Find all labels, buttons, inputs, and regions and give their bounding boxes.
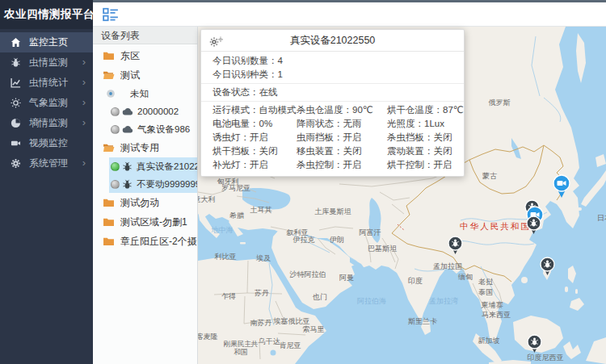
device-panel-header: 设备列表 xyxy=(93,27,197,44)
app-window: 农业四情测报平台 监控主页虫情监测›虫情统计›气象监测›墒情监测›视频监控系统管… xyxy=(0,0,606,364)
insect-device-icon xyxy=(122,161,133,172)
chevron-right-icon: › xyxy=(82,157,86,169)
device-param: 电池电量：0% xyxy=(213,117,297,131)
sidebar-item-weather-monitor[interactable]: 气象监测› xyxy=(0,93,93,113)
tree-folder-label: 测试专用 xyxy=(120,141,159,155)
insect-device-pin[interactable] xyxy=(527,334,542,356)
tree-folder[interactable]: 章丘阳丘区-2个摄像头 xyxy=(93,232,197,251)
sidebar-menu: 监控主页虫情监测›虫情统计›气象监测›墒情监测›视频监控系统管理› xyxy=(0,29,93,174)
device-param-grid: 运行模式：自动模式杀虫仓温度：90℃烘干仓温度：87℃电池电量：0%降雨状态：无… xyxy=(201,103,464,172)
topbar xyxy=(93,0,606,27)
chevron-right-icon: › xyxy=(82,116,86,128)
folder-closed-icon xyxy=(103,217,115,227)
insect-device-pin[interactable] xyxy=(540,257,555,278)
app-title: 农业四情测报平台 xyxy=(0,0,93,29)
device-status-row: 设备状态：在线 xyxy=(201,86,464,99)
menu-item-label: 视频监控 xyxy=(29,136,68,150)
tree-device-label: 未知 xyxy=(130,88,149,100)
menu-item-label: 气象监测 xyxy=(29,96,68,110)
tree-folder[interactable]: 测试区域-勿删1 xyxy=(93,212,197,232)
tree-folder-label: 章丘阳丘区-2个摄像头 xyxy=(120,235,198,249)
insect-device-pin[interactable] xyxy=(448,236,463,257)
sidebar-item-insect-stats[interactable]: 虫情统计› xyxy=(0,73,93,93)
tree-device-label: 真实设备21022550 xyxy=(137,161,198,173)
gear-icon xyxy=(11,158,21,169)
menu-item-label: 虫情统计 xyxy=(29,76,68,90)
menu-item-label: 墒情监测 xyxy=(29,116,68,130)
device-param: 烘干挡板：关闭 xyxy=(213,144,297,158)
tree-folder-label: 测试勿动 xyxy=(120,196,159,210)
device-param: 移虫装置：关闭 xyxy=(297,144,387,158)
tree-device[interactable]: 不要动99999999 xyxy=(109,175,197,193)
sidebar-item-home[interactable]: 监控主页 xyxy=(0,32,93,52)
globe-icon xyxy=(11,118,21,128)
tree-folder[interactable]: 东区 xyxy=(93,46,197,65)
tree-device[interactable]: 20000002 xyxy=(93,103,197,120)
sidebar: 农业四情测报平台 监控主页虫情监测›虫情统计›气象监测›墒情监测›视频监控系统管… xyxy=(0,0,93,364)
menu-item-label: 系统管理 xyxy=(29,157,68,170)
device-param: 烘干仓温度：87℃ xyxy=(387,103,464,117)
folder-closed-icon xyxy=(103,51,115,61)
device-param: 诱虫灯：开启 xyxy=(213,131,297,144)
device-param: 光照度：1Lux xyxy=(387,117,464,131)
insect-device-icon xyxy=(122,179,133,190)
sun-icon xyxy=(11,98,21,108)
device-param: 杀虫仓温度：90℃ xyxy=(297,103,387,117)
sidebar-item-insect-monitor[interactable]: 虫情监测› xyxy=(0,52,93,73)
menu-item-label: 监控主页 xyxy=(29,36,68,49)
status-dot-offline xyxy=(111,107,120,116)
tree-device[interactable]: 未知 xyxy=(93,85,197,103)
status-dot-offline xyxy=(111,180,120,189)
device-param: 运行模式：自动模式 xyxy=(213,103,297,117)
weather-device-icon xyxy=(122,125,133,134)
sidebar-item-system-manage[interactable]: 系统管理› xyxy=(0,153,93,174)
device-param: 虫雨挡板：开启 xyxy=(297,131,387,144)
tree-folder[interactable]: 测试专用 xyxy=(93,138,197,157)
device-panel: 设备列表 东区测试未知20000002气象设备986测试专用真实设备210225… xyxy=(93,27,198,364)
device-param: 烘干控制：开启 xyxy=(387,158,464,172)
camera-icon xyxy=(11,138,21,149)
tree-device[interactable]: 真实设备21022550 xyxy=(109,157,197,175)
device-param: 震动装置：关闭 xyxy=(387,144,464,158)
weather-device-icon xyxy=(122,107,133,116)
chart-icon xyxy=(11,77,21,88)
cogs-icon[interactable] xyxy=(209,35,224,47)
tree-collapse-icon[interactable] xyxy=(103,7,119,22)
folder-open-icon xyxy=(103,143,115,153)
device-popup-title: 真实设备21022550 xyxy=(201,30,464,52)
sidebar-item-moisture-monitor[interactable]: 墒情监测› xyxy=(0,113,93,133)
tree-device-label: 不要动99999999 xyxy=(137,178,198,190)
folder-open-icon xyxy=(103,70,115,80)
menu-item-label: 虫情监测 xyxy=(29,56,68,69)
tree-device-label: 气象设备986 xyxy=(137,123,190,136)
divider xyxy=(201,101,464,102)
sidebar-item-video-monitor[interactable]: 视频监控 xyxy=(0,133,93,153)
device-popup: 真实设备21022550 今日识别数量：4今日识别种类：1设备状态：在线运行模式… xyxy=(200,29,465,177)
bug-icon xyxy=(11,57,21,68)
tree-device-label: 20000002 xyxy=(137,107,179,116)
insect-device-pin[interactable] xyxy=(526,215,541,237)
status-dot-offline xyxy=(111,125,120,134)
chevron-right-icon: › xyxy=(82,76,86,88)
divider xyxy=(201,83,464,84)
tree-folder-label: 东区 xyxy=(120,49,140,63)
device-param: 杀虫挡板：关闭 xyxy=(387,131,464,144)
device-popup-body: 今日识别数量：4今日识别种类：1设备状态：在线运行模式：自动模式杀虫仓温度：90… xyxy=(201,52,464,176)
status-dot-online xyxy=(111,162,120,171)
device-param: 补光灯：开启 xyxy=(213,158,297,172)
chevron-right-icon: › xyxy=(82,96,86,108)
device-stat-row: 今日识别种类：1 xyxy=(201,68,464,82)
device-param: 降雨状态：无雨 xyxy=(297,117,387,131)
tree-folder-label: 测试区域-勿删1 xyxy=(120,215,187,229)
folder-closed-icon xyxy=(103,236,115,246)
tree-folder-label: 测试 xyxy=(120,69,140,82)
camera-device-pin[interactable] xyxy=(552,174,571,201)
tree-folder[interactable]: 测试 xyxy=(93,65,197,85)
tree-device[interactable]: 气象设备986 xyxy=(93,120,197,138)
target-icon xyxy=(106,89,116,98)
device-popup-header: 真实设备21022550 xyxy=(201,30,464,52)
device-stat-row: 今日识别数量：4 xyxy=(201,54,464,68)
chevron-right-icon: › xyxy=(82,56,86,68)
tree-folder[interactable]: 测试勿动 xyxy=(93,193,197,212)
device-param: 杀虫控制：开启 xyxy=(297,158,387,172)
